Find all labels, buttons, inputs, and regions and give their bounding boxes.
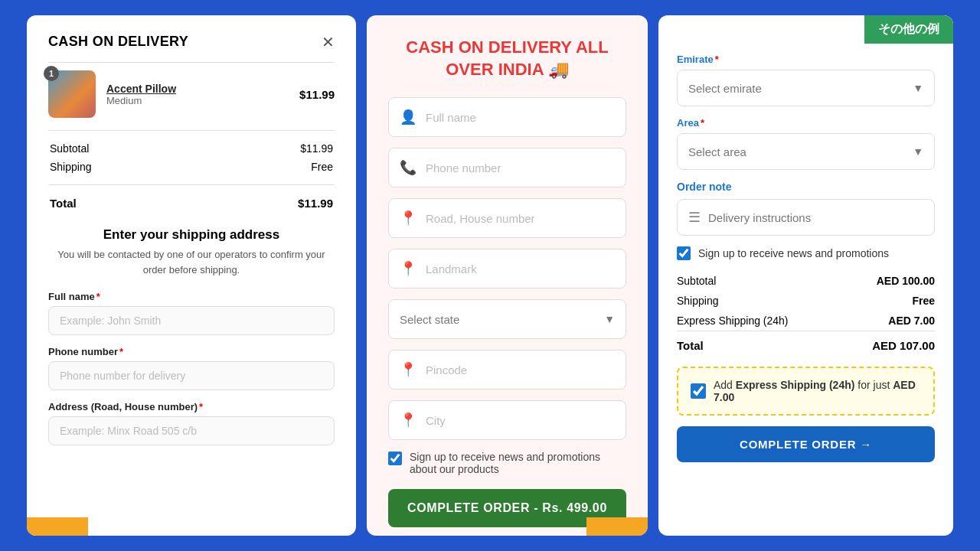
pincode-icon: 📍 — [400, 361, 416, 378]
mid-newsletter-row: Sign up to receive news and promotions a… — [388, 451, 626, 475]
product-info: Accent Pillow Medium — [106, 83, 289, 106]
left-panel: CASH ON DELIVERY ✕ 1 Accent Pillow Mediu… — [27, 15, 356, 536]
mid-newsletter-checkbox[interactable] — [388, 452, 402, 465]
product-price: $11.99 — [299, 88, 335, 101]
phone-icon: 📞 — [400, 159, 416, 176]
road-row: 📍 — [388, 198, 626, 238]
mid-complete-button[interactable]: COMPLETE ORDER - Rs. 499.00 — [388, 489, 626, 527]
express-shipping-label: Express Shipping (24h) — [677, 311, 842, 331]
address-input[interactable] — [48, 416, 335, 445]
shipping-value: Free — [842, 291, 935, 311]
fullname-input[interactable] — [48, 306, 335, 335]
state-select[interactable]: Select state Maharashtra Delhi Karnataka… — [400, 313, 604, 326]
total-label: Total — [50, 194, 171, 212]
right-complete-button[interactable]: COMPLETE ORDER → — [677, 426, 935, 462]
subtotal-row: Subtotal AED 100.00 — [677, 271, 935, 291]
emirate-select[interactable]: Select emirate Dubai Abu Dhabi Sharjah A… — [688, 82, 913, 95]
product-badge: 1 — [44, 66, 59, 81]
emirate-label: Emirate* — [677, 54, 935, 65]
express-shipping-value: AED 7.00 — [842, 311, 935, 331]
mid-road-input[interactable] — [426, 212, 615, 225]
total-label: Total — [677, 331, 842, 357]
total-value: $11.99 — [172, 194, 333, 212]
product-row: 1 Accent Pillow Medium $11.99 — [48, 70, 335, 118]
mid-city-input[interactable] — [426, 414, 615, 427]
mid-fullname-input[interactable] — [426, 111, 615, 124]
phone-label: Phone number* — [48, 346, 335, 357]
order-note-label: Order note — [677, 181, 935, 193]
area-label: Area* — [677, 117, 935, 129]
phone-row: 📞 — [388, 148, 626, 187]
emirate-select-block[interactable]: Select emirate Dubai Abu Dhabi Sharjah A… — [677, 70, 935, 106]
pincode-row: 📍 — [388, 350, 626, 390]
shipping-label: Shipping — [50, 158, 207, 175]
mid-phone-input[interactable] — [426, 161, 615, 174]
express-shipping-checkbox[interactable] — [691, 383, 706, 399]
close-button[interactable]: ✕ — [322, 34, 335, 50]
phone-input[interactable] — [48, 361, 335, 390]
shipping-value: Free — [209, 158, 333, 175]
address-label: Address (Road, House number)* — [48, 401, 335, 412]
city-icon: 📍 — [400, 412, 416, 429]
mid-pincode-input[interactable] — [426, 364, 615, 377]
right-newsletter-checkbox[interactable] — [677, 246, 691, 260]
total-row: Total $11.99 — [48, 193, 335, 214]
city-row: 📍 — [388, 400, 626, 440]
product-image-wrap: 1 — [48, 70, 96, 118]
product-name: Accent Pillow — [106, 83, 289, 95]
mid-newsletter-label: Sign up to receive news and promotions a… — [410, 451, 626, 475]
express-shipping-box: Add Express Shipping (24h) for just AED … — [677, 367, 935, 416]
mid-landmark-input[interactable] — [426, 262, 615, 276]
landmark-icon: 📍 — [400, 260, 416, 277]
state-select-row[interactable]: Select state Maharashtra Delhi Karnataka… — [388, 299, 626, 339]
subtotal-value: AED 100.00 — [842, 271, 935, 291]
landmark-row: 📍 — [388, 249, 626, 289]
left-panel-header: CASH ON DELIVERY ✕ — [48, 34, 335, 50]
delivery-instructions-input[interactable] — [708, 211, 923, 224]
delivery-row: ☰ — [677, 199, 935, 236]
delivery-icon: ☰ — [688, 209, 701, 226]
product-variant: Medium — [106, 95, 289, 106]
shipping-label: Shipping — [677, 291, 842, 311]
fullname-label: Full name* — [48, 291, 335, 302]
chevron-down-icon: ▼ — [604, 313, 615, 325]
mid-title: CASH ON DELIVERY ALL OVER INDIA 🚚 — [388, 37, 626, 80]
area-select-block[interactable]: Select area Downtown Marina Deira Bur Du… — [677, 133, 935, 170]
form-section-desc: You will be contacted by one of our oper… — [48, 247, 335, 277]
mid-panel: CASH ON DELIVERY ALL OVER INDIA 🚚 👤 📞 📍 … — [367, 15, 648, 536]
express-shipping-label-text: Add Express Shipping (24h) for just AED … — [714, 379, 921, 403]
subtotal-value: $11.99 — [209, 140, 333, 157]
shipping-row: Shipping Free — [677, 291, 935, 311]
jp-example-label: その他の例 — [864, 15, 953, 44]
right-newsletter-label: Sign up to receive news and promotions — [698, 247, 889, 259]
subtotal-label: Subtotal — [50, 140, 207, 157]
area-chevron-icon: ▼ — [913, 145, 923, 158]
summary-table: Subtotal $11.99 Shipping Free — [48, 139, 335, 177]
total-row: Total AED 107.00 — [677, 331, 935, 357]
emirate-chevron-icon: ▼ — [913, 82, 923, 94]
right-panel: その他の例 Emirate* Select emirate Dubai Abu … — [658, 15, 953, 536]
location-icon: 📍 — [400, 210, 416, 227]
express-shipping-row: Express Shipping (24h) AED 7.00 — [677, 311, 935, 331]
person-icon: 👤 — [400, 109, 416, 126]
area-select[interactable]: Select area Downtown Marina Deira Bur Du… — [688, 145, 913, 158]
left-panel-title: CASH ON DELIVERY — [48, 34, 188, 50]
right-newsletter-row: Sign up to receive news and promotions — [677, 246, 935, 260]
total-value: AED 107.00 — [842, 331, 935, 357]
fullname-row: 👤 — [388, 97, 626, 137]
form-section-title: Enter your shipping address — [48, 227, 335, 243]
subtotal-label: Subtotal — [677, 271, 842, 291]
price-table: Subtotal AED 100.00 Shipping Free Expres… — [677, 271, 935, 356]
